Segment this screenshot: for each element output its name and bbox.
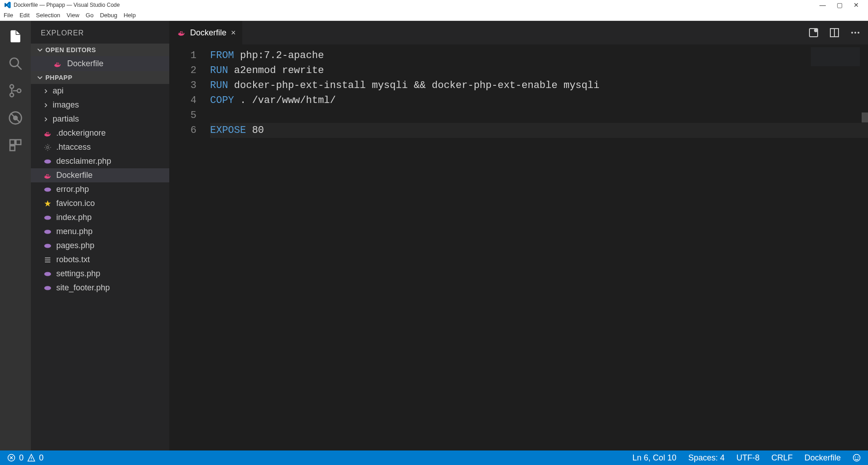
file-item[interactable]: error.php — [31, 182, 169, 196]
code-line[interactable]: RUN a2enmod rewrite — [210, 63, 868, 78]
svg-point-0 — [10, 58, 19, 67]
docker-icon — [54, 60, 62, 68]
file-item[interactable]: .htaccess — [31, 140, 169, 154]
file-item[interactable]: menu.php — [31, 225, 169, 239]
editor-body[interactable]: 123456 FROM php:7.2-apacheRUN a2enmod re… — [169, 44, 868, 450]
maximize-button[interactable]: ▢ — [837, 1, 843, 9]
code-line[interactable] — [210, 108, 868, 123]
gear-icon — [44, 143, 52, 152]
file-label: robots.txt — [56, 255, 90, 264]
minimize-button[interactable]: — — [819, 1, 826, 9]
code-line[interactable]: COPY . /var/www/html/ — [210, 93, 868, 108]
folder-item[interactable]: api — [31, 84, 169, 98]
tab-close-icon[interactable]: × — [231, 28, 236, 38]
code-line[interactable]: EXPOSE 80 — [210, 123, 868, 138]
chevron-down-icon — [37, 47, 43, 53]
status-bar: 0 0 Ln 6, Col 10 Spaces: 4 UTF-8 CRLF Do… — [0, 450, 868, 465]
split-editor-icon[interactable] — [829, 27, 840, 38]
editor-area: Dockerfile × 123456 FROM php:7.2-apacheR… — [169, 21, 868, 450]
minimap[interactable] — [811, 47, 860, 66]
indentation[interactable]: Spaces: 4 — [688, 453, 725, 463]
php-icon — [44, 228, 52, 236]
file-item[interactable]: index.php — [31, 210, 169, 225]
file-label: .dockerignore — [56, 128, 106, 138]
search-icon[interactable] — [8, 56, 23, 71]
file-label: site_footer.php — [56, 283, 110, 293]
eol[interactable]: CRLF — [771, 453, 793, 463]
code-line[interactable]: RUN docker-php-ext-install mysqli && doc… — [210, 78, 868, 93]
svg-point-13 — [44, 187, 51, 191]
cursor-position[interactable]: Ln 6, Col 10 — [633, 453, 677, 463]
vscode-logo-icon — [4, 1, 11, 9]
encoding[interactable]: UTF-8 — [736, 453, 760, 463]
docker-icon — [44, 129, 52, 137]
file-item[interactable]: Dockerfile — [31, 168, 169, 182]
svg-point-21 — [44, 286, 51, 290]
svg-point-11 — [47, 146, 49, 148]
debug-icon[interactable] — [8, 111, 23, 125]
svg-point-28 — [858, 32, 859, 34]
folder-item[interactable]: partials — [31, 112, 169, 126]
menu-edit[interactable]: Edit — [20, 12, 29, 19]
tab-dockerfile[interactable]: Dockerfile × — [169, 21, 243, 44]
extensions-icon[interactable] — [8, 138, 23, 152]
warnings-count[interactable]: 0 — [39, 453, 44, 463]
open-editors-header[interactable]: OPEN EDITORS — [31, 44, 169, 56]
svg-point-12 — [44, 159, 51, 163]
activity-bar — [0, 21, 31, 450]
warnings-icon[interactable] — [27, 454, 35, 462]
svg-rect-9 — [16, 140, 21, 145]
menu-file[interactable]: File — [4, 12, 13, 19]
docker-icon — [44, 171, 52, 180]
file-item[interactable]: site_footer.php — [31, 281, 169, 295]
open-changes-icon[interactable] — [808, 27, 819, 38]
star-icon — [44, 200, 52, 208]
file-item[interactable]: desclaimer.php — [31, 154, 169, 168]
chevron-right-icon — [44, 89, 48, 93]
code-line[interactable]: FROM php:7.2-apache — [210, 48, 868, 63]
more-actions-icon[interactable] — [850, 27, 861, 38]
source-control-icon[interactable] — [8, 83, 23, 98]
svg-point-4 — [17, 89, 21, 93]
close-button[interactable]: ✕ — [853, 1, 859, 9]
svg-point-27 — [854, 32, 856, 34]
tab-label: Dockerfile — [190, 28, 226, 38]
scrollbar-thumb[interactable] — [862, 113, 868, 122]
feedback-icon[interactable] — [853, 454, 861, 462]
title-bar: Dockerfile — Phpapp — Visual Studio Code… — [0, 0, 868, 10]
folder-label: partials — [53, 114, 79, 124]
project-header[interactable]: PHPAPP — [31, 71, 169, 84]
php-icon — [44, 214, 52, 222]
file-label: pages.php — [56, 241, 94, 250]
php-icon — [44, 186, 52, 194]
explorer-icon[interactable] — [8, 29, 23, 44]
svg-line-1 — [17, 65, 21, 69]
file-label: error.php — [56, 185, 89, 194]
file-label: favicon.ico — [56, 199, 95, 208]
sidebar-title: EXPLORER — [31, 21, 169, 44]
file-label: desclaimer.php — [56, 157, 111, 166]
editor-actions — [808, 21, 868, 44]
errors-icon[interactable] — [7, 454, 15, 462]
file-item[interactable]: settings.php — [31, 267, 169, 281]
menu-bar: File Edit Selection View Go Debug Help — [0, 10, 868, 21]
open-editor-item[interactable]: Dockerfile — [31, 56, 169, 71]
project-label: PHPAPP — [45, 74, 73, 81]
menu-help[interactable]: Help — [123, 12, 136, 19]
docker-icon — [177, 29, 186, 37]
file-item[interactable]: favicon.ico — [31, 196, 169, 210]
menu-go[interactable]: Go — [86, 12, 93, 19]
tabs-row: Dockerfile × — [169, 21, 868, 44]
file-item[interactable]: pages.php — [31, 239, 169, 253]
language-mode[interactable]: Dockerfile — [804, 453, 841, 463]
menu-selection[interactable]: Selection — [36, 12, 60, 19]
code-content[interactable]: FROM php:7.2-apacheRUN a2enmod rewriteRU… — [210, 44, 868, 450]
menu-debug[interactable]: Debug — [100, 12, 117, 19]
folder-item[interactable]: images — [31, 98, 169, 112]
menu-view[interactable]: View — [67, 12, 79, 19]
errors-count[interactable]: 0 — [19, 453, 24, 463]
svg-point-14 — [44, 215, 51, 220]
file-item[interactable]: robots.txt — [31, 253, 169, 267]
chevron-down-icon — [37, 75, 43, 80]
file-item[interactable]: .dockerignore — [31, 126, 169, 140]
